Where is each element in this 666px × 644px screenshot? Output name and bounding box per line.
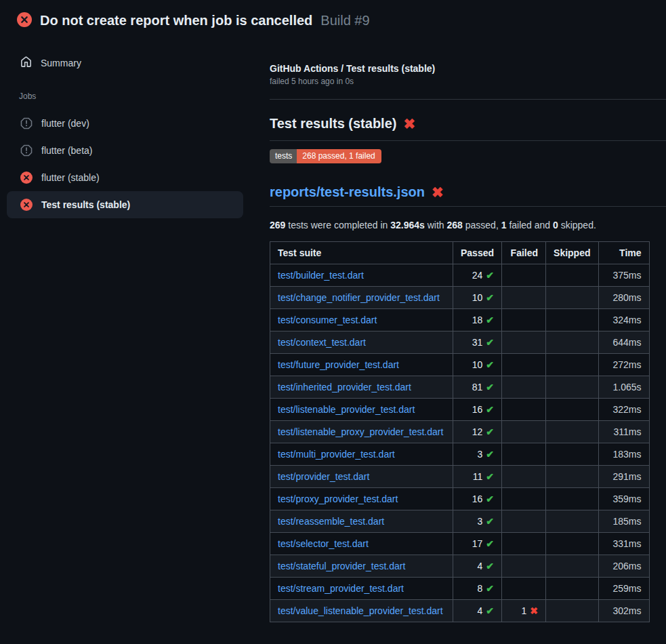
column-header-time: Time bbox=[598, 242, 649, 264]
table-row: test/builder_test.dart24✔375ms bbox=[270, 264, 650, 287]
test-suite-cell: test/builder_test.dart bbox=[270, 264, 453, 287]
sidebar-job-item-test-results-stable[interactable]: Test results (stable) bbox=[7, 191, 243, 218]
passed-cell: 12✔ bbox=[453, 421, 502, 443]
failed-cell bbox=[502, 533, 546, 555]
test-suite-cell: test/consumer_test.dart bbox=[270, 309, 453, 331]
failed-cell bbox=[502, 443, 546, 466]
test-suite-link[interactable]: test/context_test.dart bbox=[278, 337, 366, 348]
sidebar-job-item-flutter-beta[interactable]: flutter (beta) bbox=[7, 137, 243, 164]
passed-cell: 16✔ bbox=[453, 488, 502, 510]
breadcrumb: GitHub Actions / Test results (stable) bbox=[270, 63, 666, 74]
passed-cell: 11✔ bbox=[453, 466, 502, 488]
check-icon: ✔ bbox=[486, 516, 494, 527]
failed-cell bbox=[502, 510, 546, 533]
table-row: test/proxy_provider_test.dart16✔359ms bbox=[270, 488, 650, 510]
test-suite-link[interactable]: test/listenable_provider_test.dart bbox=[278, 404, 415, 415]
failed-x-icon: ✖ bbox=[403, 116, 415, 132]
failed-cell bbox=[502, 488, 546, 510]
passed-cell: 16✔ bbox=[453, 399, 502, 421]
test-suite-cell: test/stream_provider_test.dart bbox=[270, 578, 453, 600]
skipped-cell bbox=[546, 309, 598, 331]
sidebar-job-item-flutter-stable[interactable]: flutter (stable) bbox=[7, 164, 243, 191]
failed-x-icon: ✖ bbox=[432, 184, 444, 200]
table-row: test/reassemble_test.dart3✔185ms bbox=[270, 510, 650, 533]
passed-cell: 10✔ bbox=[453, 354, 502, 376]
run-status-line: failed 5 hours ago in 0s bbox=[270, 77, 666, 86]
passed-cell: 31✔ bbox=[453, 331, 502, 354]
test-suite-cell: test/inherited_provider_test.dart bbox=[270, 376, 453, 399]
failed-cell bbox=[502, 264, 546, 287]
skipped-cell bbox=[546, 488, 598, 510]
passed-cell: 10✔ bbox=[453, 287, 502, 309]
stop-icon bbox=[20, 144, 33, 157]
check-icon: ✔ bbox=[486, 583, 494, 594]
badge-value: 268 passed, 1 failed bbox=[297, 149, 381, 163]
check-icon: ✔ bbox=[486, 337, 494, 348]
skipped-cell bbox=[546, 466, 598, 488]
job-list: flutter (dev)flutter (beta)flutter (stab… bbox=[0, 110, 270, 218]
divider bbox=[270, 99, 666, 100]
failed-cell bbox=[502, 555, 546, 578]
test-suite-link[interactable]: test/multi_provider_test.dart bbox=[278, 449, 395, 460]
time-cell: 331ms bbox=[598, 533, 649, 555]
test-suite-cell: test/reassemble_test.dart bbox=[270, 510, 453, 533]
table-row: test/consumer_test.dart18✔324ms bbox=[270, 309, 650, 331]
test-suite-link[interactable]: test/listenable_proxy_provider_test.dart bbox=[278, 426, 443, 437]
x-circle-icon bbox=[20, 199, 33, 211]
test-suite-link[interactable]: test/reassemble_test.dart bbox=[278, 516, 384, 527]
test-suite-link[interactable]: test/builder_test.dart bbox=[278, 270, 364, 281]
test-suite-cell: test/listenable_provider_test.dart bbox=[270, 399, 453, 421]
test-suite-link[interactable]: test/stream_provider_test.dart bbox=[278, 583, 404, 594]
test-suite-link[interactable]: test/consumer_test.dart bbox=[278, 315, 377, 325]
test-suite-link[interactable]: test/change_notifier_provider_test.dart bbox=[278, 292, 440, 303]
test-suite-cell: test/listenable_proxy_provider_test.dart bbox=[270, 421, 453, 443]
skipped-cell bbox=[546, 578, 598, 600]
sidebar-summary-label: Summary bbox=[41, 58, 81, 68]
x-circle-icon bbox=[20, 172, 33, 184]
time-cell: 272ms bbox=[598, 354, 649, 376]
test-suite-cell: test/multi_provider_test.dart bbox=[270, 443, 453, 466]
passed-cell: 3✔ bbox=[453, 510, 502, 533]
job-label: Test results (stable) bbox=[41, 199, 130, 210]
failed-cell bbox=[502, 287, 546, 309]
test-suite-cell: test/future_provider_test.dart bbox=[270, 354, 453, 376]
passed-cell: 3✔ bbox=[453, 443, 502, 466]
test-suite-cell: test/proxy_provider_test.dart bbox=[270, 488, 453, 510]
test-suite-link[interactable]: test/provider_test.dart bbox=[278, 471, 369, 482]
check-icon: ✔ bbox=[486, 471, 494, 482]
page-header: Do not create report when job is cancell… bbox=[0, 0, 666, 38]
test-suite-cell: test/change_notifier_provider_test.dart bbox=[270, 287, 453, 309]
column-header-skipped: Skipped bbox=[546, 242, 598, 264]
test-suite-link[interactable]: test/proxy_provider_test.dart bbox=[278, 494, 398, 504]
check-icon: ✔ bbox=[486, 270, 494, 281]
time-cell: 183ms bbox=[598, 443, 649, 466]
check-icon: ✔ bbox=[486, 382, 494, 393]
test-suite-link[interactable]: test/future_provider_test.dart bbox=[278, 359, 399, 370]
test-suite-cell: test/selector_test.dart bbox=[270, 533, 453, 555]
column-header-passed: Passed bbox=[453, 242, 502, 264]
test-suite-cell: test/provider_test.dart bbox=[270, 466, 453, 488]
test-suite-link[interactable]: test/inherited_provider_test.dart bbox=[278, 382, 411, 393]
check-icon: ✔ bbox=[486, 404, 494, 415]
failed-cell bbox=[502, 376, 546, 399]
table-row: test/provider_test.dart11✔291ms bbox=[270, 466, 650, 488]
skipped-cell bbox=[546, 331, 598, 354]
table-row: test/multi_provider_test.dart3✔183ms bbox=[270, 443, 650, 466]
test-suite-link[interactable]: test/stateful_provider_test.dart bbox=[278, 561, 405, 571]
sidebar-item-summary[interactable]: Summary bbox=[0, 52, 270, 75]
check-icon: ✔ bbox=[486, 605, 494, 616]
sidebar-job-item-flutter-dev[interactable]: flutter (dev) bbox=[7, 110, 243, 137]
check-icon: ✔ bbox=[486, 561, 494, 571]
check-icon: ✔ bbox=[486, 426, 494, 437]
time-cell: 280ms bbox=[598, 287, 649, 309]
tests-badge: tests 268 passed, 1 failed bbox=[270, 149, 381, 163]
passed-cell: 4✔ bbox=[453, 600, 502, 622]
sidebar: Summary Jobs flutter (dev)flutter (beta)… bbox=[0, 38, 270, 218]
report-file-link[interactable]: reports/test-results.json bbox=[270, 184, 425, 199]
passed-cell: 24✔ bbox=[453, 264, 502, 287]
stop-icon bbox=[20, 117, 33, 129]
failed-cell bbox=[502, 578, 546, 600]
check-icon: ✔ bbox=[486, 292, 494, 303]
test-suite-link[interactable]: test/selector_test.dart bbox=[278, 538, 369, 549]
test-suite-link[interactable]: test/value_listenable_provider_test.dart bbox=[278, 605, 443, 616]
